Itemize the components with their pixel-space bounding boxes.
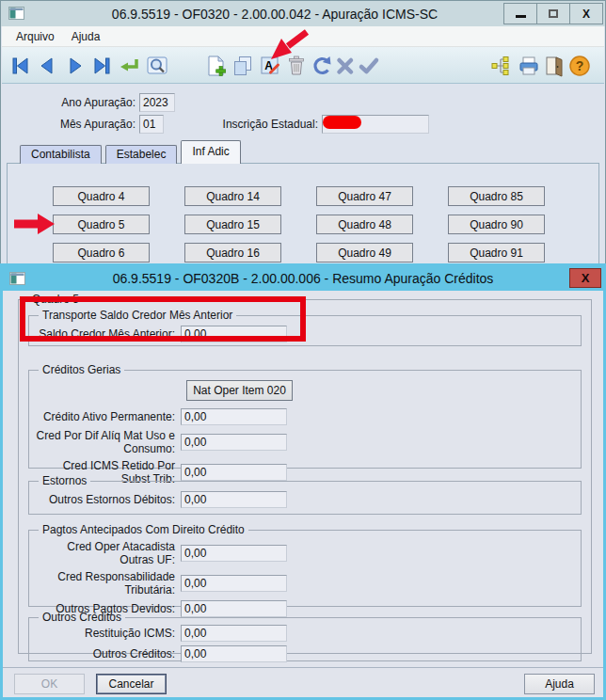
quadro-91-button[interactable]: Quadro 91 <box>448 243 545 262</box>
cred-responsabilidade-label: Cred Responsabilidade Tributária: <box>35 570 181 597</box>
dialog-titlebar: 06.9.5519 - OF0320B - 2.00.00.006 - Resu… <box>3 266 603 291</box>
credito-ativo-permanente-input[interactable] <box>181 408 287 425</box>
quadro-90-button[interactable]: Quadro 90 <box>448 215 545 234</box>
edit-a-icon: A <box>258 54 282 78</box>
quadro-16-button[interactable]: Quadro 16 <box>184 243 281 262</box>
copy-icon <box>231 54 255 78</box>
quadro-button-grid: Quadro 4 Quadro 14 Quadro 47 Quadro 85 Q… <box>53 186 545 262</box>
previous-record-icon <box>35 54 59 78</box>
tab-contabilista[interactable]: Contabilista <box>20 145 102 164</box>
cred-dif-aliq-input[interactable] <box>181 434 287 451</box>
first-record-button[interactable] <box>8 52 34 80</box>
cancel-button-toolbar[interactable] <box>332 52 359 80</box>
tabstrip: Contabilista Estabelec Inf Adic <box>20 142 245 164</box>
creditos-gerias-groupbox: Créditos Gerias Nat Oper Item 020 Crédit… <box>28 363 582 469</box>
screenshot-stage: 06.9.5519 - OF0320 - 2.00.00.042 - Apura… <box>0 0 606 700</box>
nat-oper-item-020-button[interactable]: Nat Oper Item 020 <box>186 380 293 401</box>
tab-estabelec[interactable]: Estabelec <box>105 145 178 164</box>
previous-record-button[interactable] <box>34 52 60 80</box>
minimize-icon <box>516 15 526 18</box>
outros-creditos-legend: Outros Créditos <box>39 611 125 624</box>
quadro-47-button[interactable]: Quadro 47 <box>316 186 413 206</box>
ajuda-button[interactable]: Ajuda <box>524 674 595 694</box>
help-button[interactable]: ? <box>566 52 593 80</box>
first-record-icon <box>8 54 33 78</box>
main-titlebar: 06.9.5519 - OF0320 - 2.00.00.042 - Apura… <box>1 1 605 26</box>
help-question-icon: ? <box>567 54 592 78</box>
hierarchy-button[interactable] <box>489 52 516 80</box>
quadro-85-button[interactable]: Quadro 85 <box>448 186 545 206</box>
quadro-4-button[interactable]: Quadro 4 <box>53 186 150 206</box>
edit-record-button[interactable]: A <box>257 52 283 80</box>
cancelar-button[interactable]: Cancelar <box>96 674 167 694</box>
saldo-credor-label: Saldo Credor Mês Anterior: <box>35 327 181 341</box>
quadro-5-button[interactable]: Quadro 5 <box>53 215 150 234</box>
outros-creditos-label: Outros Créditos: <box>35 647 181 660</box>
copy-record-button[interactable] <box>230 52 256 80</box>
inscricao-estadual-input[interactable] <box>322 115 429 134</box>
toolbar: A ? <box>2 47 604 84</box>
hierarchy-tree-icon <box>490 54 515 78</box>
pagtos-antecipados-groupbox: Pagtos Antecipados Com Direito Crédito C… <box>28 523 582 607</box>
outros-estornos-input[interactable] <box>181 491 287 508</box>
quadro-6-button[interactable]: Quadro 6 <box>53 243 150 262</box>
cred-oper-atacadista-input[interactable] <box>181 545 287 562</box>
confirm-button-toolbar[interactable] <box>356 52 382 80</box>
inscricao-estadual-label: Inscrição Estadual: <box>189 118 318 131</box>
app-window-icon <box>8 7 24 20</box>
dialog-body: Quadro 5 Transporte Saldo Credor Mês Ant… <box>3 291 603 697</box>
transporte-legend: Transporte Saldo Credor Mês Anterior <box>39 309 236 322</box>
mes-apuracao-input[interactable] <box>139 115 164 134</box>
credito-ativo-permanente-label: Crédito Ativo Permanente: <box>35 410 181 423</box>
dialog-window-icon <box>9 272 25 285</box>
add-record-button[interactable] <box>203 52 230 80</box>
checkmark-icon <box>357 54 381 78</box>
return-arrow-icon <box>117 54 141 78</box>
cred-responsabilidade-input[interactable] <box>181 575 287 592</box>
transporte-groupbox: Transporte Saldo Credor Mês Anterior Sal… <box>28 309 582 346</box>
ano-apuracao-label: Ano Apuração: <box>39 96 136 109</box>
trash-icon <box>284 54 309 78</box>
delete-record-button[interactable] <box>283 52 310 80</box>
quadro-5-groupbox: Quadro 5 Transporte Saldo Credor Mês Ant… <box>18 293 592 654</box>
maximize-icon <box>549 9 558 18</box>
exit-door-icon <box>542 54 566 78</box>
quadro-5-legend: Quadro 5 <box>28 293 83 306</box>
cred-dif-aliq-label: Cred Por Dif Alíq Mat Uso e Consumo: <box>35 429 181 455</box>
quadro-48-button[interactable]: Quadro 48 <box>316 215 413 234</box>
minimize-button[interactable] <box>503 3 537 24</box>
estornos-groupbox: Estornos Outros Estornos Débitos: <box>28 474 582 515</box>
saldo-credor-input[interactable] <box>181 326 287 342</box>
maximize-button[interactable] <box>536 3 570 24</box>
last-record-button[interactable] <box>88 52 115 80</box>
menu-arquivo[interactable]: Arquivo <box>8 28 63 45</box>
resumo-apuracao-creditos-dialog: 06.9.5519 - OF0320B - 2.00.00.006 - Resu… <box>0 263 606 700</box>
print-button[interactable] <box>516 52 542 80</box>
undo-button[interactable] <box>309 52 335 80</box>
quadro-49-button[interactable]: Quadro 49 <box>316 243 413 262</box>
ok-button[interactable]: OK <box>14 674 85 694</box>
confirm-return-button[interactable] <box>116 52 142 80</box>
magnifier-icon <box>145 54 169 78</box>
exit-button[interactable] <box>541 52 567 80</box>
quadro-15-button[interactable]: Quadro 15 <box>184 215 281 234</box>
dialog-title: 06.9.5519 - OF0320B - 2.00.00.006 - Resu… <box>3 271 603 286</box>
next-record-icon <box>63 54 88 78</box>
quadro-14-button[interactable]: Quadro 14 <box>184 186 281 206</box>
cancel-x-icon <box>333 54 358 78</box>
dialog-close-button[interactable]: X <box>569 268 601 288</box>
close-button[interactable]: X <box>569 3 603 24</box>
undo-arrow-icon <box>310 54 334 78</box>
next-record-button[interactable] <box>62 52 88 80</box>
new-document-icon <box>204 54 229 78</box>
mes-apuracao-label: Mês Apuração: <box>39 118 136 131</box>
ano-apuracao-input[interactable] <box>139 93 175 112</box>
svg-text:?: ? <box>576 58 584 73</box>
zoom-button[interactable] <box>144 52 170 80</box>
outros-creditos-input[interactable] <box>181 645 287 662</box>
outros-creditos-groupbox: Outros Créditos Restituição ICMS: Outros… <box>28 611 582 661</box>
restituicao-icms-input[interactable] <box>181 625 287 642</box>
menu-ajuda[interactable]: Ajuda <box>63 28 109 45</box>
estornos-legend: Estornos <box>39 474 90 487</box>
tab-inf-adic[interactable]: Inf Adic <box>181 140 240 164</box>
